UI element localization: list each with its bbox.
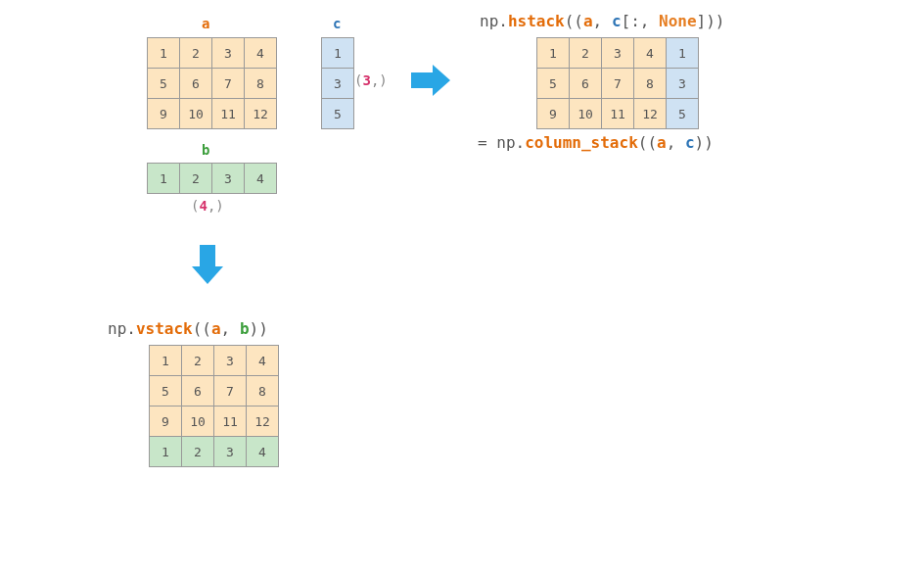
matrix-hstack-result: 123415678391011125 <box>536 37 699 129</box>
matrix-cell: 6 <box>180 69 212 99</box>
matrix-cell: 10 <box>182 407 214 437</box>
matrix-cell: 1 <box>150 346 182 376</box>
diagram-canvas: a 123456789101112 c 135 (3,) b 1234 (4,)… <box>0 0 924 574</box>
matrix-cell: 2 <box>182 346 214 376</box>
matrix-cell: 1 <box>537 38 570 69</box>
matrix-cell: 1 <box>667 38 699 69</box>
code-vstack: np.vstack((a, b)) <box>108 319 268 338</box>
matrix-cell: 7 <box>602 69 634 99</box>
matrix-cell: 5 <box>150 376 182 407</box>
matrix-cell: 1 <box>150 437 182 467</box>
matrix-cell: 10 <box>180 99 212 129</box>
matrix-a: 123456789101112 <box>147 37 277 129</box>
matrix-cell: 4 <box>245 164 277 194</box>
matrix-cell: 11 <box>602 99 634 129</box>
matrix-cell: 11 <box>212 99 245 129</box>
matrix-cell: 12 <box>247 407 279 437</box>
matrix-b: 1234 <box>147 163 277 194</box>
matrix-vstack-result: 1234567891011121234 <box>149 345 279 467</box>
shape-c: (3,) <box>354 72 388 88</box>
label-c: c <box>333 16 341 31</box>
matrix-cell: 9 <box>148 99 180 129</box>
matrix-cell: 3 <box>212 164 245 194</box>
matrix-cell: 7 <box>214 376 247 407</box>
matrix-cell: 8 <box>247 376 279 407</box>
matrix-cell: 9 <box>537 99 570 129</box>
matrix-cell: 3 <box>212 38 245 69</box>
label-b: b <box>202 142 209 158</box>
matrix-c: 135 <box>321 37 354 129</box>
matrix-cell: 5 <box>322 99 354 129</box>
matrix-cell: 2 <box>180 38 212 69</box>
matrix-cell: 5 <box>667 99 699 129</box>
matrix-cell: 7 <box>212 69 245 99</box>
matrix-cell: 3 <box>214 437 247 467</box>
matrix-cell: 6 <box>182 376 214 407</box>
matrix-cell: 3 <box>667 69 699 99</box>
matrix-cell: 3 <box>602 38 634 69</box>
matrix-cell: 2 <box>182 437 214 467</box>
label-a: a <box>202 16 209 31</box>
matrix-cell: 12 <box>245 99 277 129</box>
matrix-cell: 1 <box>148 164 180 194</box>
matrix-cell: 3 <box>214 346 247 376</box>
matrix-cell: 5 <box>148 69 180 99</box>
matrix-cell: 10 <box>570 99 602 129</box>
matrix-cell: 6 <box>570 69 602 99</box>
matrix-cell: 8 <box>634 69 667 99</box>
matrix-cell: 1 <box>148 38 180 69</box>
matrix-cell: 12 <box>634 99 667 129</box>
shape-b: (4,) <box>191 198 224 214</box>
matrix-cell: 4 <box>634 38 667 69</box>
matrix-cell: 3 <box>322 69 354 99</box>
matrix-cell: 4 <box>245 38 277 69</box>
matrix-cell: 4 <box>247 346 279 376</box>
code-hstack: np.hstack((a, c[:, None])) <box>480 12 724 30</box>
matrix-cell: 2 <box>180 164 212 194</box>
matrix-cell: 1 <box>322 38 354 69</box>
matrix-cell: 5 <box>537 69 570 99</box>
matrix-cell: 11 <box>214 407 247 437</box>
matrix-cell: 8 <box>245 69 277 99</box>
matrix-cell: 4 <box>247 437 279 467</box>
code-column-stack: = np.column_stack((a, c)) <box>478 133 714 152</box>
matrix-cell: 2 <box>570 38 602 69</box>
matrix-cell: 9 <box>150 407 182 437</box>
